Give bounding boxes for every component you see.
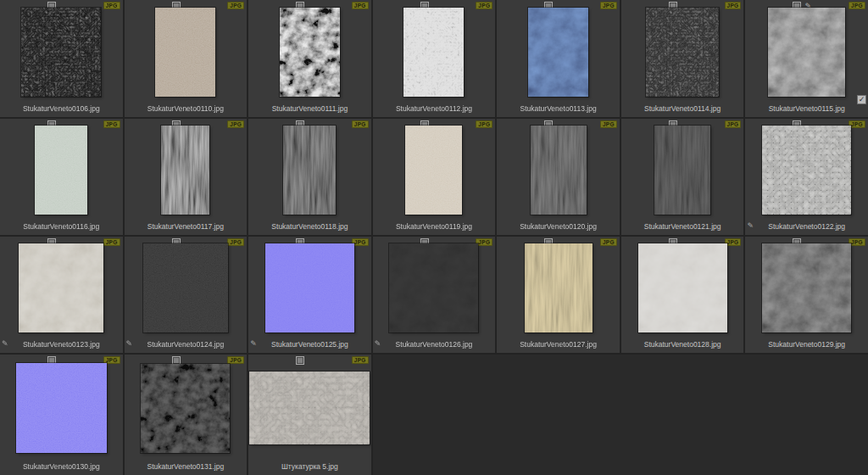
texture-noise-overlay (638, 243, 727, 332)
thumbnail-area[interactable] (0, 237, 123, 339)
texture-thumbnail[interactable] (646, 8, 719, 97)
texture-tile[interactable]: JPG StukaturVeneto0119.jpg (373, 119, 496, 235)
filename-label: StukaturVeneto0115.jpg (745, 103, 868, 117)
filename-label: StukaturVeneto0120.jpg (497, 221, 620, 235)
thumbnail-area[interactable] (621, 0, 744, 103)
texture-noise-overlay (161, 126, 209, 215)
texture-thumbnail[interactable] (141, 364, 230, 453)
filename-label: StukaturVeneto0122.jpg (745, 221, 868, 235)
texture-tile[interactable]: JPG StukaturVeneto0127.jpg (497, 237, 620, 353)
texture-thumbnail[interactable] (161, 126, 209, 215)
texture-thumbnail[interactable] (389, 243, 478, 332)
jpg-format-badge: JPG (103, 120, 120, 128)
texture-tile[interactable]: JPG StukaturVeneto0111.jpg (248, 0, 371, 117)
texture-tile[interactable]: JPG StukaturVeneto0106.jpg (0, 0, 123, 117)
thumbnail-area[interactable] (497, 237, 620, 339)
texture-thumbnail[interactable] (638, 243, 727, 332)
filename-label: StukaturVeneto0130.jpg (0, 461, 123, 475)
texture-tile[interactable]: JPG StukaturVeneto0117.jpg (125, 119, 248, 235)
thumbnail-area[interactable] (125, 355, 248, 461)
texture-tile[interactable]: JPG ✎ StukaturVeneto0122.jpg (745, 119, 868, 235)
texture-tile[interactable]: JPG ✎ StukaturVeneto0126.jpg (373, 237, 496, 353)
texture-tile[interactable]: JPG StukaturVeneto0116.jpg (0, 119, 123, 235)
texture-thumbnail[interactable] (768, 8, 845, 97)
texture-tile[interactable]: JPG StukaturVeneto0130.jpg (0, 355, 123, 475)
texture-thumbnail[interactable] (35, 126, 87, 215)
thumbnail-area[interactable] (497, 119, 620, 221)
texture-tile[interactable]: JPG StukaturVeneto0110.jpg (125, 0, 248, 117)
texture-noise-overlay (768, 8, 845, 97)
thumbnail-area[interactable] (745, 119, 868, 221)
texture-thumbnail[interactable] (155, 8, 215, 97)
thumbnail-area[interactable] (373, 119, 496, 221)
filename-label: StukaturVeneto0123.jpg (0, 339, 123, 353)
jpg-format-badge: JPG (352, 356, 369, 364)
filename-label: StukaturVeneto0116.jpg (0, 221, 123, 235)
texture-thumbnail[interactable] (528, 8, 588, 97)
thumbnail-area[interactable] (248, 119, 371, 221)
texture-noise-overlay (283, 126, 336, 215)
texture-tile[interactable]: JPG ✎ ✓ StukaturVeneto0115.jpg (745, 0, 868, 117)
texture-tile[interactable]: JPG ✎ StukaturVeneto0125.jpg (248, 237, 371, 353)
filename-label: StukaturVeneto0118.jpg (248, 221, 371, 235)
thumbnail-area[interactable] (0, 0, 123, 103)
texture-thumbnail[interactable] (762, 126, 851, 215)
texture-noise-overlay (155, 8, 215, 97)
thumbnail-area[interactable] (248, 355, 371, 461)
texture-thumbnail[interactable] (405, 126, 462, 215)
texture-thumbnail[interactable] (265, 243, 354, 332)
texture-thumbnail[interactable] (143, 243, 228, 332)
filename-label: Штукатурка 5.jpg (248, 461, 371, 475)
thumbnail-area[interactable] (0, 119, 123, 221)
texture-thumbnail[interactable] (16, 363, 107, 453)
texture-noise-overlay (531, 126, 587, 215)
filename-label: StukaturVeneto0125.jpg (248, 339, 371, 353)
texture-tile[interactable]: JPG StukaturVeneto0112.jpg (373, 0, 496, 117)
texture-tile[interactable]: JPG StukaturVeneto0129.jpg (745, 237, 868, 353)
selection-checkbox[interactable]: ✓ (857, 95, 866, 104)
thumbnail-area[interactable] (745, 237, 868, 339)
texture-noise-overlay (19, 243, 103, 332)
texture-noise-overlay (249, 372, 370, 444)
texture-thumbnail[interactable] (283, 126, 336, 215)
texture-tile[interactable]: JPG StukaturVeneto0131.jpg (125, 355, 248, 475)
texture-thumbnail[interactable] (654, 126, 710, 215)
texture-thumbnail[interactable] (531, 126, 587, 215)
texture-tile[interactable]: JPG StukaturVeneto0114.jpg (621, 0, 744, 117)
thumbnail-area[interactable] (125, 0, 248, 103)
texture-noise-overlay (143, 243, 228, 332)
thumbnail-area[interactable] (621, 237, 744, 339)
texture-tile[interactable]: JPG Штукатурка 5.jpg (248, 355, 371, 475)
thumbnail-area[interactable] (621, 119, 744, 221)
filename-label: StukaturVeneto0124.jpg (125, 339, 248, 353)
edit-pencil-icon: ✎ (747, 222, 754, 230)
thumbnail-area[interactable] (125, 237, 248, 339)
filename-label: StukaturVeneto0128.jpg (621, 339, 744, 353)
texture-thumbnail[interactable] (403, 8, 464, 97)
texture-tile[interactable]: JPG ✎ StukaturVeneto0124.jpg (125, 237, 248, 353)
texture-tile[interactable]: JPG ✎ StukaturVeneto0123.jpg (0, 237, 123, 353)
texture-tile[interactable]: JPG StukaturVeneto0113.jpg (497, 0, 620, 117)
thumbnail-area[interactable] (248, 237, 371, 339)
texture-thumbnail[interactable] (762, 243, 851, 332)
texture-tile[interactable]: JPG StukaturVeneto0128.jpg (621, 237, 744, 353)
thumbnail-area[interactable] (0, 355, 123, 461)
thumbnail-area[interactable] (248, 0, 371, 103)
texture-thumbnail[interactable] (249, 372, 370, 444)
texture-thumbnail[interactable] (280, 8, 340, 97)
texture-tile[interactable]: JPG StukaturVeneto0118.jpg (248, 119, 371, 235)
jpg-format-badge: JPG (352, 2, 369, 9)
thumbnail-area[interactable] (373, 0, 496, 103)
texture-thumbnail[interactable] (21, 8, 101, 97)
thumbnail-area[interactable] (125, 119, 248, 221)
edit-pencil-icon: ✎ (250, 340, 257, 348)
jpg-format-badge: JPG (227, 2, 244, 9)
texture-thumbnail[interactable] (19, 243, 103, 332)
thumbnail-area[interactable] (373, 237, 496, 339)
texture-tile[interactable]: JPG StukaturVeneto0120.jpg (497, 119, 620, 235)
texture-thumbnail[interactable] (525, 243, 593, 332)
texture-tile[interactable]: JPG StukaturVeneto0121.jpg (621, 119, 744, 235)
tile-top-indicators (296, 356, 308, 365)
thumbnail-area[interactable] (497, 0, 620, 103)
thumbnail-area[interactable] (745, 0, 868, 103)
